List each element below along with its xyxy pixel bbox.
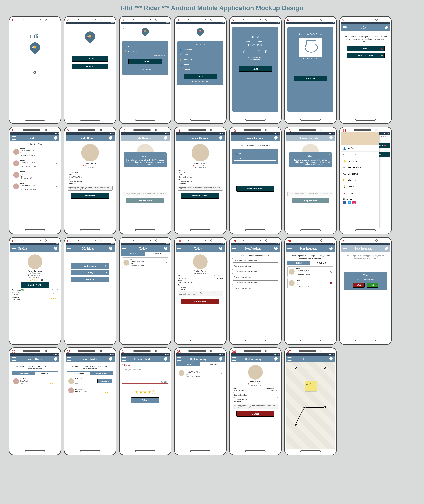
close-icon[interactable]: ✕ <box>384 273 386 274</box>
notification-item[interactable]: Careli Levely has cancelled ride. <box>232 269 278 274</box>
email-field[interactable]: ✉Email <box>124 44 166 48</box>
ride-list-item[interactable]: From: Epworth, cofee shop..To: Gweru, ho… <box>12 170 58 180</box>
header-title: Ride Details <box>69 137 107 140</box>
navigate-icon[interactable]: ➤ <box>221 284 223 286</box>
camera-icon[interactable] <box>299 38 322 57</box>
star-rating-input[interactable]: ★★★★☆ <box>135 390 156 394</box>
close-icon[interactable]: ✕ <box>164 153 165 155</box>
request-courier-button[interactable]: Request Courier <box>181 193 219 199</box>
drawer-item-sent-requests[interactable]: ⇄Sent Requests <box>341 164 379 171</box>
login-button[interactable]: LOG IN <box>72 56 109 62</box>
screen-16: 16 My Rides Up Comming◯ Today⚑ Previous↺ <box>64 237 116 345</box>
code-input[interactable]: 5479 <box>235 49 276 54</box>
drawer-item-privacy[interactable]: 🔒Privacy <box>341 183 379 190</box>
drawer-item-contact-us[interactable]: 📞Contact Us <box>341 171 379 177</box>
back-icon[interactable]: ← <box>178 27 181 31</box>
next-button[interactable]: NEXT <box>183 74 217 79</box>
signup-button[interactable]: SIGN UP <box>72 64 109 69</box>
drawer-item-my-rides[interactable]: ≡My Rides <box>341 152 379 158</box>
ride-list-item[interactable]: From: South Africa, Alice..To: Zimbabwe,… <box>122 257 168 268</box>
write-review-button[interactable]: Write Review <box>97 379 112 383</box>
next-button[interactable]: NEXT <box>239 66 272 72</box>
fullname-field[interactable]: 👤Full Name <box>179 48 221 52</box>
request-ride-button[interactable]: Request Ride <box>292 198 329 203</box>
navigate-icon[interactable]: ➤ <box>221 178 223 180</box>
password-field[interactable]: 🔒Password <box>124 49 166 53</box>
tab-couriers[interactable]: COURIERS <box>200 362 224 366</box>
notification-item[interactable]: Polo is not going to trip. <box>232 286 278 290</box>
upcoming-button[interactable]: Up Comming◯ <box>71 263 109 269</box>
close-icon[interactable]: ✕ <box>329 153 330 155</box>
menu-icon[interactable] <box>12 247 16 250</box>
yes-button[interactable]: YES <box>353 283 365 287</box>
twitter-icon[interactable]: t <box>348 201 351 204</box>
login-button[interactable]: LOG IN <box>128 59 162 64</box>
cancel-icon[interactable]: ✕ <box>330 270 332 274</box>
update-profile-button[interactable]: Update Profile <box>21 282 49 288</box>
trip-map[interactable]: pick up points with dots <box>286 362 335 449</box>
brand-logo-icon: 🚚 <box>83 31 97 46</box>
upload-label: Upload Your Profile Picture <box>290 33 331 35</box>
address-field[interactable]: 📍Address <box>234 156 276 161</box>
facebook-icon[interactable]: f <box>343 201 346 204</box>
navigate-icon[interactable]: ➤ <box>276 396 278 398</box>
notification-item[interactable]: Careli Levely has cancelled ride. <box>232 258 278 263</box>
cancel-ride-button[interactable]: Cancel Ride <box>181 299 219 304</box>
tab-couriers[interactable]: COURIERS <box>145 252 169 256</box>
tab-rides[interactable]: RIDES <box>287 261 311 265</box>
instagram-icon[interactable]: ◯ <box>352 201 356 204</box>
already-member-link[interactable]: Already member? login <box>179 81 221 82</box>
signup-button[interactable]: SIGN UP <box>294 76 327 81</box>
notification-item[interactable]: Polo is not going to trip. <box>232 264 278 268</box>
notification-item[interactable]: Careli Levely has cancelled ride. <box>232 280 278 285</box>
request-ride-button[interactable]: Request Ride <box>126 198 164 203</box>
address-field[interactable]: 📍Address <box>179 68 221 72</box>
phone-field[interactable]: 📞Phone <box>234 152 276 156</box>
ride-list-item[interactable]: From: Bulawayo, House 1..To: Chitungwiza… <box>12 158 58 168</box>
drawer-item-logout[interactable]: ➜Logout <box>341 190 379 196</box>
no-button[interactable]: NO <box>367 283 378 287</box>
screen-15: 15 Profile Johny Breavod 📍 San, misco fr… <box>9 237 61 345</box>
brand-logo-icon <box>164 136 168 140</box>
forgot-password-link[interactable]: forgot password? <box>124 54 166 56</box>
send-again-link[interactable]: SEND AGAIN <box>235 58 276 60</box>
drawer-item-notification[interactable]: 🔔Notification <box>341 158 379 164</box>
ride-list-item[interactable]: From: South Africa, Alice..To: Zimbabwe,… <box>12 147 58 157</box>
request-list-item: From: To: Zimbabwe, Harare..✕ <box>287 278 333 288</box>
tab-couriers[interactable]: COURIERS <box>311 261 333 265</box>
tab-taken-rides[interactable]: Taken Rides <box>67 372 90 375</box>
view-all-link[interactable]: View All <box>52 289 58 291</box>
brand-logo-icon <box>54 136 58 140</box>
signup-link[interactable]: signup <box>124 70 166 72</box>
tab-taken-rides[interactable]: Taken Rides <box>12 372 35 375</box>
tab-given-rides[interactable]: Given Rides <box>35 372 58 375</box>
ride-list-item[interactable]: From: CAITF Building, Gw..To: 1 Railway … <box>12 181 58 192</box>
password-field[interactable]: 🔒Password <box>179 58 221 62</box>
navigate-icon[interactable]: ➤ <box>111 178 112 180</box>
phone-field[interactable]: 📞Phone <box>179 63 221 67</box>
today-button[interactable]: Today⚑ <box>71 270 109 275</box>
submit-button[interactable]: Submit <box>131 398 159 403</box>
send-courier-button[interactable]: SEND COURIER🚚 <box>347 53 385 58</box>
review-textarea[interactable]: Write your review here.. Max (250) <box>122 367 168 384</box>
chevron-right-icon: › <box>56 185 57 188</box>
ride-button[interactable]: RIDE🚗 <box>347 46 385 51</box>
request-ride-button[interactable]: Request Ride <box>71 193 109 199</box>
notification-item[interactable]: Polo is not going to trip. <box>232 275 278 279</box>
ride-button[interactable]: RIDE 🚗 <box>378 143 390 148</box>
cancel-button[interactable]: Cancel <box>237 411 274 417</box>
drawer-item-about-us[interactable]: ℹAbout Us <box>341 177 379 183</box>
previous-button[interactable]: Previous↺ <box>71 277 109 282</box>
send-courier-button[interactable]: 🚚 <box>378 152 390 156</box>
email-field[interactable]: ✉Email <box>179 53 221 57</box>
tab-given-rides[interactable]: Given Rides <box>90 372 113 375</box>
screen-22: 22 Previous Rides Select the tabs and se… <box>9 348 61 455</box>
ride-list-item[interactable]: From: South Africa, Alice..To: Zimbabwe,… <box>177 368 223 378</box>
back-icon[interactable]: ← <box>122 27 126 31</box>
tab-rides[interactable]: RIDES <box>121 252 145 256</box>
tab-rides[interactable]: RIDES <box>176 362 200 366</box>
request-courier-button[interactable]: Request Courier <box>237 186 274 192</box>
drawer-item-profile[interactable]: 👤Profile <box>341 145 379 152</box>
cancel-icon[interactable]: ✕ <box>330 281 332 285</box>
choose-photo-label[interactable]: CHOOSE PHOTO <box>290 58 331 60</box>
